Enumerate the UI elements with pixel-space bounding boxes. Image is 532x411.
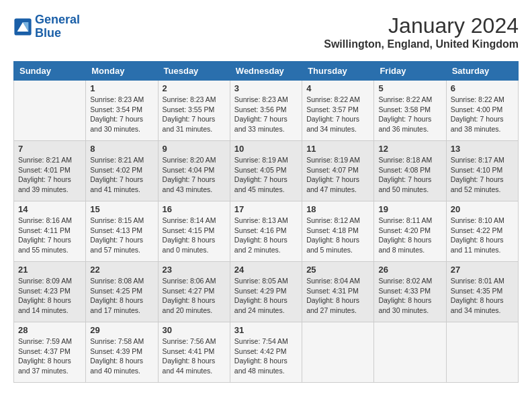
day-detail: Sunrise: 7:54 AM Sunset: 4:42 PM Dayligh… bbox=[234, 336, 298, 376]
week-row-4: 21Sunrise: 8:09 AM Sunset: 4:23 PM Dayli… bbox=[14, 262, 519, 322]
calendar-cell-w3-d3: 16Sunrise: 8:14 AM Sunset: 4:15 PM Dayli… bbox=[158, 201, 230, 262]
calendar-cell-w5-d3: 30Sunrise: 7:56 AM Sunset: 4:41 PM Dayli… bbox=[158, 322, 230, 383]
day-number: 7 bbox=[18, 144, 81, 154]
day-detail: Sunrise: 8:17 AM Sunset: 4:10 PM Dayligh… bbox=[451, 155, 514, 195]
calendar-cell-w3-d7: 20Sunrise: 8:10 AM Sunset: 4:22 PM Dayli… bbox=[446, 201, 518, 262]
day-detail: Sunrise: 8:21 AM Sunset: 4:01 PM Dayligh… bbox=[18, 155, 81, 195]
calendar-cell-w3-d5: 18Sunrise: 8:12 AM Sunset: 4:18 PM Dayli… bbox=[302, 201, 374, 262]
day-number: 22 bbox=[90, 265, 153, 275]
day-detail: Sunrise: 8:15 AM Sunset: 4:13 PM Dayligh… bbox=[90, 216, 153, 255]
calendar-cell-w4-d5: 25Sunrise: 8:04 AM Sunset: 4:31 PM Dayli… bbox=[302, 262, 374, 322]
day-detail: Sunrise: 8:22 AM Sunset: 3:58 PM Dayligh… bbox=[378, 95, 441, 134]
day-number: 10 bbox=[234, 144, 298, 154]
calendar-cell-w2-d7: 13Sunrise: 8:17 AM Sunset: 4:10 PM Dayli… bbox=[446, 141, 518, 201]
calendar-cell-w2-d5: 11Sunrise: 8:19 AM Sunset: 4:07 PM Dayli… bbox=[302, 141, 374, 201]
day-number: 5 bbox=[378, 83, 441, 93]
day-number: 4 bbox=[306, 83, 369, 93]
calendar-cell-w1-d6: 5Sunrise: 8:22 AM Sunset: 3:58 PM Daylig… bbox=[374, 81, 446, 141]
day-number: 21 bbox=[18, 265, 81, 275]
day-detail: Sunrise: 8:13 AM Sunset: 4:16 PM Dayligh… bbox=[234, 216, 298, 255]
day-number: 23 bbox=[163, 265, 226, 275]
day-detail: Sunrise: 8:19 AM Sunset: 4:07 PM Dayligh… bbox=[306, 155, 369, 195]
calendar-cell-w5-d7 bbox=[446, 322, 518, 383]
calendar-cell-w2-d4: 10Sunrise: 8:19 AM Sunset: 4:05 PM Dayli… bbox=[230, 141, 302, 201]
logo: General Blue bbox=[13, 13, 80, 40]
day-number: 14 bbox=[18, 204, 81, 214]
calendar-cell-w3-d6: 19Sunrise: 8:11 AM Sunset: 4:20 PM Dayli… bbox=[374, 201, 446, 262]
week-row-5: 28Sunrise: 7:59 AM Sunset: 4:37 PM Dayli… bbox=[14, 322, 519, 383]
logo-icon bbox=[13, 17, 32, 36]
calendar-cell-w4-d3: 23Sunrise: 8:06 AM Sunset: 4:27 PM Dayli… bbox=[158, 262, 230, 322]
day-number: 16 bbox=[163, 204, 226, 214]
day-detail: Sunrise: 8:10 AM Sunset: 4:22 PM Dayligh… bbox=[451, 216, 514, 255]
calendar-subtitle: Swillington, England, United Kingdom bbox=[324, 38, 519, 50]
day-detail: Sunrise: 8:09 AM Sunset: 4:23 PM Dayligh… bbox=[18, 276, 81, 316]
day-detail: Sunrise: 7:56 AM Sunset: 4:41 PM Dayligh… bbox=[163, 336, 226, 376]
day-number: 19 bbox=[378, 204, 441, 214]
calendar-cell-w2-d3: 9Sunrise: 8:20 AM Sunset: 4:04 PM Daylig… bbox=[158, 141, 230, 201]
day-number: 18 bbox=[306, 204, 369, 214]
calendar-title: January 2024 bbox=[324, 13, 519, 38]
week-row-3: 14Sunrise: 8:16 AM Sunset: 4:11 PM Dayli… bbox=[14, 201, 519, 262]
header-monday: Monday bbox=[86, 62, 158, 81]
calendar-cell-w4-d4: 24Sunrise: 8:05 AM Sunset: 4:29 PM Dayli… bbox=[230, 262, 302, 322]
day-detail: Sunrise: 8:02 AM Sunset: 4:33 PM Dayligh… bbox=[378, 276, 441, 316]
day-detail: Sunrise: 8:19 AM Sunset: 4:05 PM Dayligh… bbox=[234, 155, 298, 195]
calendar-cell-w2-d2: 8Sunrise: 8:21 AM Sunset: 4:02 PM Daylig… bbox=[86, 141, 158, 201]
day-number: 25 bbox=[306, 265, 369, 275]
header-friday: Friday bbox=[374, 62, 446, 81]
calendar-cell-w1-d5: 4Sunrise: 8:22 AM Sunset: 3:57 PM Daylig… bbox=[302, 81, 374, 141]
calendar-cell-w4-d1: 21Sunrise: 8:09 AM Sunset: 4:23 PM Dayli… bbox=[14, 262, 86, 322]
logo-text: General Blue bbox=[35, 13, 80, 40]
day-detail: Sunrise: 8:06 AM Sunset: 4:27 PM Dayligh… bbox=[163, 276, 226, 316]
header-tuesday: Tuesday bbox=[158, 62, 230, 81]
page-header: General Blue January 2024 Swillington, E… bbox=[13, 13, 519, 50]
day-detail: Sunrise: 8:05 AM Sunset: 4:29 PM Dayligh… bbox=[234, 276, 298, 316]
calendar-cell-w5-d5 bbox=[302, 322, 374, 383]
day-detail: Sunrise: 8:18 AM Sunset: 4:08 PM Dayligh… bbox=[378, 155, 441, 195]
calendar-cell-w5-d1: 28Sunrise: 7:59 AM Sunset: 4:37 PM Dayli… bbox=[14, 322, 86, 383]
calendar-table: Sunday Monday Tuesday Wednesday Thursday… bbox=[13, 61, 519, 383]
day-number: 24 bbox=[234, 265, 298, 275]
week-row-1: 1Sunrise: 8:23 AM Sunset: 3:54 PM Daylig… bbox=[14, 81, 519, 141]
calendar-cell-w1-d1 bbox=[14, 81, 86, 141]
calendar-cell-w1-d3: 2Sunrise: 8:23 AM Sunset: 3:55 PM Daylig… bbox=[158, 81, 230, 141]
day-detail: Sunrise: 8:21 AM Sunset: 4:02 PM Dayligh… bbox=[90, 155, 153, 195]
day-number: 1 bbox=[90, 83, 153, 93]
title-area: January 2024 Swillington, England, Unite… bbox=[324, 13, 519, 50]
day-number: 9 bbox=[163, 144, 226, 154]
calendar-cell-w1-d4: 3Sunrise: 8:23 AM Sunset: 3:56 PM Daylig… bbox=[230, 81, 302, 141]
header-saturday: Saturday bbox=[446, 62, 518, 81]
calendar-cell-w3-d1: 14Sunrise: 8:16 AM Sunset: 4:11 PM Dayli… bbox=[14, 201, 86, 262]
day-detail: Sunrise: 8:04 AM Sunset: 4:31 PM Dayligh… bbox=[306, 276, 369, 316]
day-number: 3 bbox=[234, 83, 298, 93]
day-detail: Sunrise: 8:23 AM Sunset: 3:55 PM Dayligh… bbox=[163, 95, 226, 134]
days-header-row: Sunday Monday Tuesday Wednesday Thursday… bbox=[14, 62, 519, 81]
calendar-cell-w4-d7: 27Sunrise: 8:01 AM Sunset: 4:35 PM Dayli… bbox=[446, 262, 518, 322]
day-detail: Sunrise: 8:12 AM Sunset: 4:18 PM Dayligh… bbox=[306, 216, 369, 255]
header-thursday: Thursday bbox=[302, 62, 374, 81]
calendar-cell-w5-d4: 31Sunrise: 7:54 AM Sunset: 4:42 PM Dayli… bbox=[230, 322, 302, 383]
day-number: 8 bbox=[90, 144, 153, 154]
calendar-cell-w5-d6 bbox=[374, 322, 446, 383]
day-number: 11 bbox=[306, 144, 369, 154]
header-wednesday: Wednesday bbox=[230, 62, 302, 81]
day-number: 2 bbox=[163, 83, 226, 93]
calendar-cell-w3-d4: 17Sunrise: 8:13 AM Sunset: 4:16 PM Dayli… bbox=[230, 201, 302, 262]
day-number: 28 bbox=[18, 325, 81, 335]
calendar-cell-w3-d2: 15Sunrise: 8:15 AM Sunset: 4:13 PM Dayli… bbox=[86, 201, 158, 262]
day-number: 12 bbox=[378, 144, 441, 154]
logo-general: General bbox=[35, 13, 80, 26]
day-number: 20 bbox=[451, 204, 514, 214]
calendar-cell-w2-d6: 12Sunrise: 8:18 AM Sunset: 4:08 PM Dayli… bbox=[374, 141, 446, 201]
calendar-cell-w4-d6: 26Sunrise: 8:02 AM Sunset: 4:33 PM Dayli… bbox=[374, 262, 446, 322]
day-number: 13 bbox=[451, 144, 514, 154]
day-number: 30 bbox=[163, 325, 226, 335]
calendar-cell-w2-d1: 7Sunrise: 8:21 AM Sunset: 4:01 PM Daylig… bbox=[14, 141, 86, 201]
day-number: 6 bbox=[451, 83, 514, 93]
calendar-cell-w1-d2: 1Sunrise: 8:23 AM Sunset: 3:54 PM Daylig… bbox=[86, 81, 158, 141]
week-row-2: 7Sunrise: 8:21 AM Sunset: 4:01 PM Daylig… bbox=[14, 141, 519, 201]
day-number: 15 bbox=[90, 204, 153, 214]
day-detail: Sunrise: 8:20 AM Sunset: 4:04 PM Dayligh… bbox=[163, 155, 226, 195]
day-detail: Sunrise: 8:23 AM Sunset: 3:54 PM Dayligh… bbox=[90, 95, 153, 134]
